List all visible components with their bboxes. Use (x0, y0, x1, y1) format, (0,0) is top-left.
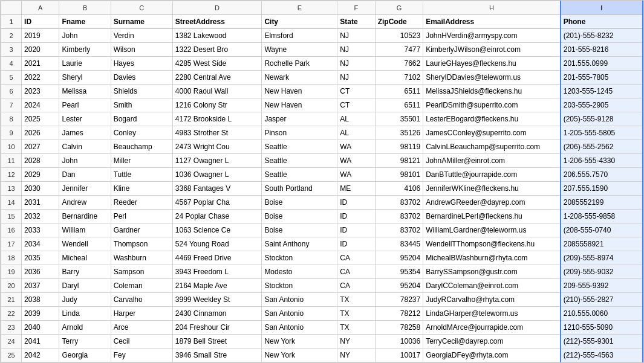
cell-email[interactable]: JenniferWKline@fleckens.hu (423, 182, 561, 196)
cell-street[interactable]: 4285 West Side (172, 57, 262, 71)
row-num-cell[interactable]: 24 (1, 335, 22, 349)
row-num-cell[interactable]: 16 (1, 223, 22, 237)
cell-phone[interactable]: (209)-555-9032 (561, 265, 643, 279)
cell-surname[interactable]: Sampson (111, 265, 172, 279)
cell-phone[interactable]: (210)-555-2827 (561, 293, 643, 307)
cell-street[interactable]: 4469 Freed Drive (172, 251, 262, 265)
cell-id[interactable]: 2029 (22, 168, 59, 182)
row-num-cell[interactable]: 22 (1, 307, 22, 321)
cell-surname[interactable]: Wilson (111, 43, 172, 57)
cell-surname[interactable]: Beauchamp (111, 140, 172, 154)
cell-fname[interactable]: Georgia (59, 349, 111, 362)
cell-phone[interactable]: 207.555.1590 (561, 182, 643, 196)
cell-state[interactable]: CT (337, 85, 375, 98)
cell-surname[interactable]: Gardner (111, 223, 172, 237)
cell-street[interactable]: 3368 Fantages V (172, 182, 262, 196)
cell-id[interactable]: 2022 (22, 71, 59, 85)
cell-surname[interactable]: Tuttle (111, 168, 172, 182)
cell-state[interactable]: ID (337, 223, 375, 237)
cell-email[interactable]: JohnHVerdin@armyspy.com (423, 29, 561, 43)
cell-zip[interactable]: 10523 (375, 29, 423, 43)
cell-city[interactable]: San Antonio (262, 307, 337, 321)
cell-street[interactable]: 1216 Colony Str (172, 98, 262, 112)
cell-phone[interactable]: 1-208-555-9858 (561, 210, 643, 223)
cell-surname[interactable]: Fey (111, 349, 172, 362)
cell-city[interactable]: Saint Anthony (262, 237, 337, 251)
cell-id[interactable]: 2035 (22, 251, 59, 265)
cell-city[interactable]: Seattle (262, 140, 337, 154)
row-num-cell[interactable]: 12 (1, 168, 22, 182)
cell-email[interactable]: LesterEBogard@fleckens.hu (423, 112, 561, 126)
cell-zip[interactable]: 78212 (375, 307, 423, 321)
cell-email[interactable]: WilliamLGardner@teleworm.us (423, 223, 561, 237)
row-num-cell[interactable]: 13 (1, 182, 22, 196)
row-num-cell[interactable]: 15 (1, 210, 22, 223)
row-num-cell[interactable]: 19 (1, 265, 22, 279)
cell-surname[interactable]: Arce (111, 321, 172, 335)
cell-zip[interactable]: 78237 (375, 293, 423, 307)
cell-email[interactable]: SheryIDDavies@teleworm.us (423, 71, 561, 85)
cell-zip[interactable]: 83702 (375, 223, 423, 237)
cell-id[interactable]: 2025 (22, 112, 59, 126)
row-num-cell[interactable]: 21 (1, 293, 22, 307)
cell-state[interactable]: AL (337, 126, 375, 140)
cell-id[interactable]: 2021 (22, 57, 59, 71)
cell-fname[interactable]: Sheryl (59, 71, 111, 85)
row-num-cell[interactable]: 14 (1, 196, 22, 210)
cell-fname[interactable]: James (59, 126, 111, 140)
cell-id[interactable]: 2036 (22, 265, 59, 279)
cell-id[interactable]: 2030 (22, 182, 59, 196)
cell-city[interactable]: Stockton (262, 251, 337, 265)
cell-fname[interactable]: Pearl (59, 98, 111, 112)
cell-phone[interactable]: 2085558921 (561, 237, 643, 251)
cell-city[interactable]: Modesto (262, 265, 337, 279)
cell-fname[interactable]: Micheal (59, 251, 111, 265)
row-num-cell[interactable]: 7 (1, 98, 22, 112)
cell-state[interactable]: NJ (337, 29, 375, 43)
cell-phone[interactable]: 201.555.0999 (561, 57, 643, 71)
cell-email[interactable]: JamesCConley@superrito.com (423, 126, 561, 140)
cell-zip[interactable]: 83702 (375, 196, 423, 210)
cell-zip[interactable]: 35126 (375, 126, 423, 140)
cell-email[interactable]: MelissaJShields@fleckens.hu (423, 85, 561, 98)
cell-id[interactable]: 2041 (22, 335, 59, 349)
cell-city[interactable]: Rochelle Park (262, 57, 337, 71)
row-num-cell[interactable]: 3 (1, 43, 22, 57)
cell-state[interactable]: TX (337, 321, 375, 335)
cell-surname[interactable]: Shields (111, 85, 172, 98)
cell-city[interactable]: Elmsford (262, 29, 337, 43)
cell-email[interactable]: LindaGHarper@teleworm.us (423, 307, 561, 321)
cell-zip[interactable]: 95354 (375, 265, 423, 279)
cell-surname[interactable]: Perl (111, 210, 172, 223)
cell-street[interactable]: 524 Young Road (172, 237, 262, 251)
cell-zip[interactable]: 95204 (375, 279, 423, 293)
row-num-cell[interactable]: 11 (1, 154, 22, 168)
cell-street[interactable]: 1382 Lakewood (172, 29, 262, 43)
cell-id[interactable]: 2034 (22, 237, 59, 251)
cell-fname[interactable]: Andrew (59, 196, 111, 210)
cell-state[interactable]: NY (337, 349, 375, 362)
cell-id[interactable]: 2033 (22, 223, 59, 237)
cell-state[interactable]: NJ (337, 57, 375, 71)
cell-phone[interactable]: (208-555-0740 (561, 223, 643, 237)
cell-email[interactable]: CalvinLBeauchamp@superrito.com (423, 140, 561, 154)
col-header-e[interactable]: E (262, 1, 337, 15)
cell-fname[interactable]: Jennifer (59, 182, 111, 196)
cell-phone[interactable]: 201-555-8216 (561, 43, 643, 57)
cell-state[interactable]: NJ (337, 43, 375, 57)
cell-city[interactable]: Boise (262, 210, 337, 223)
cell-surname[interactable]: Washburn (111, 251, 172, 265)
cell-phone[interactable]: 203-555-2905 (561, 98, 643, 112)
cell-street[interactable]: 3946 Small Stre (172, 349, 262, 362)
cell-id[interactable]: 2027 (22, 140, 59, 154)
header-city[interactable]: City (262, 15, 337, 29)
row-num-cell[interactable]: 8 (1, 112, 22, 126)
cell-phone[interactable]: (209)-555-8974 (561, 251, 643, 265)
cell-email[interactable]: AndrewGReeder@dayrep.com (423, 196, 561, 210)
cell-street[interactable]: 4000 Raoul Wall (172, 85, 262, 98)
cell-city[interactable]: San Antonio (262, 321, 337, 335)
col-header-h[interactable]: H (423, 1, 561, 15)
cell-zip[interactable]: 83702 (375, 210, 423, 223)
cell-city[interactable]: Boise (262, 223, 337, 237)
cell-id[interactable]: 2024 (22, 98, 59, 112)
